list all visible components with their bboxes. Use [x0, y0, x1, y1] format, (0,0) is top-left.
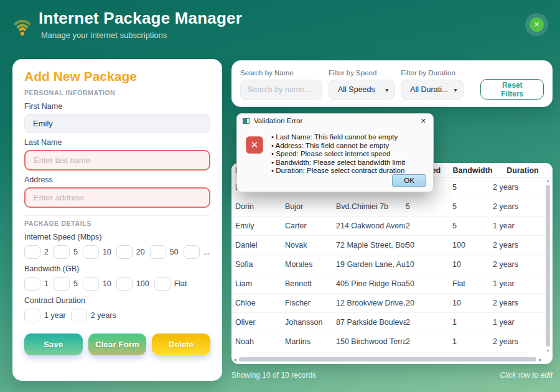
duration-option: 2 years: [71, 309, 116, 322]
cell-first-name: Emily: [235, 222, 285, 230]
speed-option: ...: [184, 245, 210, 259]
cell-last-name: Novak: [285, 241, 336, 250]
duration-option-label: 2 years: [91, 311, 116, 320]
last-name-field[interactable]: [24, 150, 210, 170]
speed-option: 5: [54, 245, 78, 259]
app-close-button[interactable]: ✕: [530, 17, 544, 32]
duration-filter-dropdown[interactable]: All Durati... ▾: [401, 80, 464, 100]
form-divider: [24, 215, 210, 216]
speed-checkbox[interactable]: [184, 245, 200, 259]
scroll-down-icon[interactable]: ▼: [546, 348, 550, 353]
scroll-up-icon[interactable]: ▲: [546, 178, 550, 183]
table-row[interactable]: Daniel Novak 72 Maple Street, Bos... 50 …: [231, 235, 553, 254]
bandwidth-checkbox[interactable]: [24, 277, 40, 291]
first-name-field[interactable]: [24, 114, 210, 133]
horizontal-scroll-thumb[interactable]: [239, 357, 537, 362]
bandwidth-option-label: Flat: [174, 279, 187, 288]
dialog-titlebar[interactable]: Validation Error ✕: [237, 114, 433, 128]
cell-first-name: Dorin: [235, 202, 285, 211]
cell-address: 72 Maple Street, Bos...: [336, 241, 406, 250]
last-name-label: Last Name: [24, 138, 210, 147]
ok-button[interactable]: OK: [392, 174, 426, 187]
cell-address: 405 Pine Ridge Road...: [336, 279, 406, 288]
bandwidth-checkbox[interactable]: [83, 277, 99, 291]
bandwidth-option-label: 5: [73, 279, 78, 288]
horizontal-scrollbar[interactable]: ◀ ▶: [233, 356, 542, 363]
vertical-scrollbar[interactable]: ▲ ▼: [544, 178, 551, 353]
cell-speed: 2: [406, 318, 452, 327]
cell-address: 150 Birchwood Terra...: [336, 337, 406, 346]
duration-checkbox[interactable]: [71, 309, 87, 322]
cell-speed: 50: [406, 279, 452, 288]
error-list: Last Name: This field cannot be empty Ad…: [271, 133, 405, 175]
cell-last-name: Martins: [285, 337, 336, 346]
bandwidth-option-label: 10: [103, 279, 111, 288]
cell-bandwidth: 1: [452, 318, 493, 327]
cell-speed: 2: [406, 222, 452, 230]
cell-address: 19 Garden Lane, Aus...: [336, 260, 406, 269]
cell-first-name: Liam: [235, 279, 285, 288]
speed-option-label: 5: [73, 248, 78, 256]
speed-option-label: 2: [44, 248, 49, 256]
page-title: Internet Package Manager: [39, 9, 242, 28]
duration-options: 1 year 2 years: [24, 308, 210, 323]
bandwidth-checkbox[interactable]: [154, 277, 170, 291]
table-row[interactable]: Noah Martins 150 Birchwood Terra... 2 1 …: [231, 332, 553, 351]
scroll-right-icon[interactable]: ▶: [539, 357, 542, 362]
cell-first-name: Sofia: [235, 260, 285, 269]
speed-group-label: Internet Speed (Mbps): [24, 232, 210, 242]
cell-duration: 1 year: [493, 222, 553, 230]
save-button[interactable]: Save: [24, 334, 83, 355]
table-row[interactable]: Chloe Fischer 12 Brookview Drive, ... 20…: [231, 293, 553, 312]
search-input[interactable]: [240, 80, 322, 100]
close-icon: ✕: [534, 21, 539, 29]
delete-button[interactable]: Delete: [152, 334, 210, 355]
table-header-cell: Bandwidth: [452, 166, 493, 175]
duration-checkbox[interactable]: [24, 309, 40, 322]
error-icon: ✕: [246, 136, 263, 154]
cell-last-name: Carter: [285, 222, 336, 230]
cell-bandwidth: 5: [452, 183, 493, 192]
cell-speed: 2: [406, 337, 452, 346]
bandwidth-checkbox[interactable]: [116, 277, 133, 291]
table-row[interactable]: Sofia Morales 19 Garden Lane, Aus... 10 …: [231, 254, 553, 274]
dialog-body: ✕ Last Name: This field cannot be empty …: [237, 128, 433, 175]
cell-address: 214 Oakwood Avenu...: [336, 222, 406, 230]
clear-form-button[interactable]: Clear Form: [88, 334, 147, 355]
speed-checkbox[interactable]: [150, 245, 166, 259]
cell-last-name: Fischer: [285, 299, 336, 307]
bandwidth-option: 100: [116, 277, 149, 291]
add-package-panel: Add New Package PERSONAL INFORMATION Fir…: [12, 59, 222, 381]
cell-last-name: Morales: [285, 260, 336, 269]
reset-filters-button[interactable]: Reset Filters: [480, 79, 544, 100]
chevron-down-icon: ▾: [385, 86, 388, 93]
speed-filter-dropdown[interactable]: All Speeds ▾: [329, 80, 395, 100]
speed-option: 2: [24, 245, 49, 259]
vertical-scroll-thumb[interactable]: [546, 185, 550, 347]
table-row[interactable]: Dorin Bujor Bvd.Chimiei 7b 5 5 2 years: [231, 197, 553, 216]
address-field[interactable]: [24, 187, 210, 208]
validation-error-dialog: Validation Error ✕ ✕ Last Name: This fie…: [236, 113, 434, 192]
bandwidth-option: 10: [83, 277, 111, 291]
speed-checkbox[interactable]: [116, 245, 133, 259]
bandwidth-checkbox[interactable]: [54, 277, 70, 291]
cell-duration: 1 year: [493, 318, 553, 327]
cell-last-name: Johansson: [285, 318, 336, 327]
speed-option: 20: [116, 245, 145, 259]
cell-first-name: Oliver: [235, 318, 285, 327]
dialog-app-icon: [243, 118, 250, 124]
dialog-close-icon[interactable]: ✕: [419, 117, 427, 125]
bandwidth-option: 5: [54, 277, 78, 291]
table-row[interactable]: Liam Bennett 405 Pine Ridge Road... 50 F…: [231, 274, 553, 293]
first-name-label: First Name: [24, 101, 210, 111]
scroll-left-icon[interactable]: ◀: [233, 357, 236, 362]
speed-checkbox[interactable]: [83, 245, 99, 259]
cell-duration: 2 years: [493, 202, 553, 211]
speed-checkbox[interactable]: [54, 245, 70, 259]
speed-checkbox[interactable]: [24, 245, 40, 259]
page-subtitle: Manage your internet subscriptions: [41, 30, 167, 40]
cell-last-name: Bujor: [285, 202, 336, 211]
edit-hint: Click row to edit: [500, 371, 553, 380]
table-row[interactable]: Emily Carter 214 Oakwood Avenu... 2 5 1 …: [231, 216, 553, 235]
table-row[interactable]: Oliver Johansson 87 Parkside Boulevar...…: [231, 312, 553, 332]
